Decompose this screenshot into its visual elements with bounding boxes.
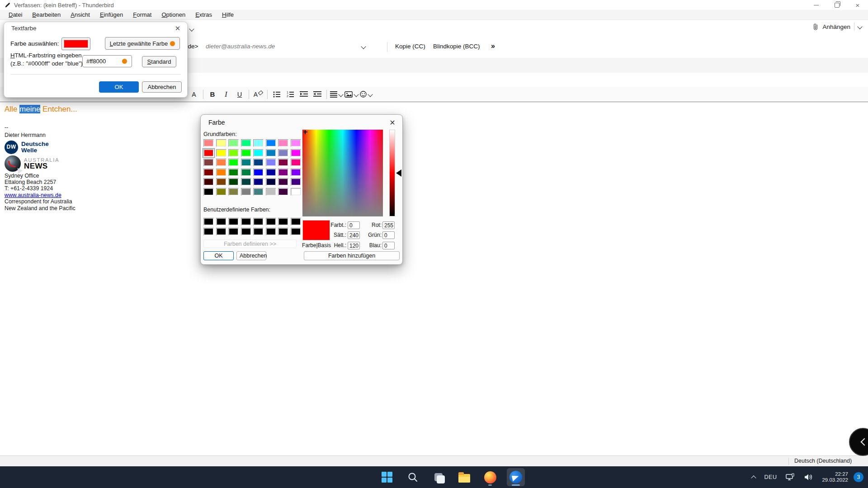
message-body[interactable]: Alle meine Entchen... -- Dieter Herrmann… [0,102,868,455]
spellcheck-language[interactable]: Deutsch (Deutschland) [794,458,852,464]
basic-color-swatch[interactable] [266,159,276,166]
restore-button[interactable] [826,0,847,10]
basic-color-swatch[interactable] [228,178,239,186]
basic-color-swatch[interactable] [278,159,288,166]
from-dropdown-chevron-icon[interactable] [189,26,194,31]
hue-saturation-field[interactable] [302,130,383,216]
bullet-list-button[interactable] [271,89,283,100]
start-button[interactable] [378,468,396,486]
attach-dropdown-chevron-icon[interactable] [857,24,862,29]
basic-color-swatch[interactable] [266,149,276,157]
luminance-arrow-handle[interactable] [396,169,401,177]
insert-smiley-button[interactable] [360,89,372,100]
basic-color-swatch[interactable] [253,159,264,166]
textfarbe-close-button[interactable]: ✕ [173,23,183,33]
define-colors-button[interactable]: Farben definieren >> [203,239,297,248]
custom-color-swatch[interactable] [216,228,226,235]
basic-color-swatch[interactable] [216,188,226,196]
basic-color-swatch[interactable] [291,149,301,157]
farbe-ok-button[interactable]: OK [203,251,234,260]
basic-color-swatch[interactable] [203,149,214,157]
custom-color-swatch[interactable] [291,218,301,225]
recipient-input-text[interactable]: dieter@australia-news.de [206,43,275,50]
custom-color-swatch[interactable] [291,228,301,235]
menu-einfügen[interactable]: Einfügen [95,10,128,19]
basic-color-swatch[interactable] [278,188,288,196]
custom-color-swatch[interactable] [228,218,239,225]
recipient-dropdown-chevron-icon[interactable] [361,44,366,49]
thunderbird-button[interactable] [507,468,525,486]
volume-button[interactable] [804,473,813,481]
tray-show-hidden-button[interactable] [752,474,755,480]
task-view-button[interactable] [429,468,448,486]
rgb-2-input[interactable] [382,242,395,249]
hsl-0-input[interactable] [348,221,360,229]
menu-optionen[interactable]: Optionen [156,10,190,19]
indent-button[interactable] [311,89,323,100]
basic-color-swatch[interactable] [291,169,301,176]
basic-color-swatch[interactable] [291,178,301,186]
basic-color-swatch[interactable] [266,139,276,147]
basic-color-swatch[interactable] [203,169,214,176]
menu-ansicht[interactable]: Ansicht [66,10,95,19]
file-explorer-button[interactable] [455,468,473,486]
basic-color-swatch[interactable] [241,149,251,157]
basic-color-swatch[interactable] [228,139,239,147]
custom-color-swatch[interactable] [203,218,214,225]
basic-color-swatch[interactable] [253,149,264,157]
menu-bearbeiten[interactable]: Bearbeiten [27,10,66,19]
basic-color-swatch[interactable] [203,178,214,186]
basic-color-swatch[interactable] [216,139,226,147]
underline-button[interactable]: U [234,89,245,100]
more-recipients-button[interactable]: » [491,42,495,50]
custom-color-swatch[interactable] [241,228,251,235]
basic-color-swatch[interactable] [291,159,301,166]
basic-color-swatch[interactable] [216,169,226,176]
menu-hilfe[interactable]: Hilfe [217,10,239,19]
basic-color-swatch[interactable] [228,149,239,157]
bold-button[interactable]: B [207,89,218,100]
custom-color-swatch[interactable] [253,218,264,225]
menu-format[interactable]: Format [128,10,156,19]
basic-color-swatch[interactable] [228,169,239,176]
basic-color-swatch[interactable] [241,159,251,166]
outdent-button[interactable] [298,89,310,100]
font-size-icon-partial[interactable]: A [188,89,200,100]
basic-color-swatch[interactable] [291,139,301,147]
custom-color-swatch[interactable] [228,228,239,235]
custom-color-swatch[interactable] [216,218,226,225]
basic-color-swatch[interactable] [216,178,226,186]
basic-color-swatch[interactable] [266,178,276,186]
basic-color-swatch[interactable] [203,159,214,166]
rgb-0-input[interactable] [382,221,395,229]
luminance-slider[interactable] [389,130,395,216]
farbe-close-button[interactable]: ✕ [387,117,398,128]
basic-color-swatch[interactable] [291,188,301,196]
hsl-2-input[interactable] [348,242,360,249]
basic-color-swatch[interactable] [278,149,288,157]
custom-color-swatch[interactable] [266,228,276,235]
textfarbe-ok-button[interactable]: OK [99,81,139,93]
last-color-button[interactable]: Letzte gewählte Farbe [105,37,180,50]
basic-color-swatch[interactable] [253,178,264,186]
basic-color-swatch[interactable] [266,169,276,176]
basic-color-swatch[interactable] [228,159,239,166]
basic-color-swatch[interactable] [216,149,226,157]
basic-color-swatch[interactable] [278,178,288,186]
color-swatch-button[interactable] [61,38,90,50]
basic-color-swatch[interactable] [253,188,264,196]
basic-color-swatch[interactable] [241,188,251,196]
basic-color-swatch[interactable] [253,169,264,176]
basic-color-swatch[interactable] [266,188,276,196]
textfarbe-cancel-button[interactable]: Abbrechen [142,81,182,93]
basic-color-swatch[interactable] [216,159,226,166]
rgb-1-input[interactable] [382,231,395,239]
cc-button[interactable]: Kopie (CC) [395,43,425,50]
basic-color-swatch[interactable] [203,139,214,147]
custom-color-swatch[interactable] [278,218,288,225]
network-button[interactable] [786,473,795,481]
basic-color-swatch[interactable] [203,188,214,196]
custom-color-swatch[interactable] [266,218,276,225]
custom-color-swatch[interactable] [241,218,251,225]
basic-color-swatch[interactable] [253,139,264,147]
